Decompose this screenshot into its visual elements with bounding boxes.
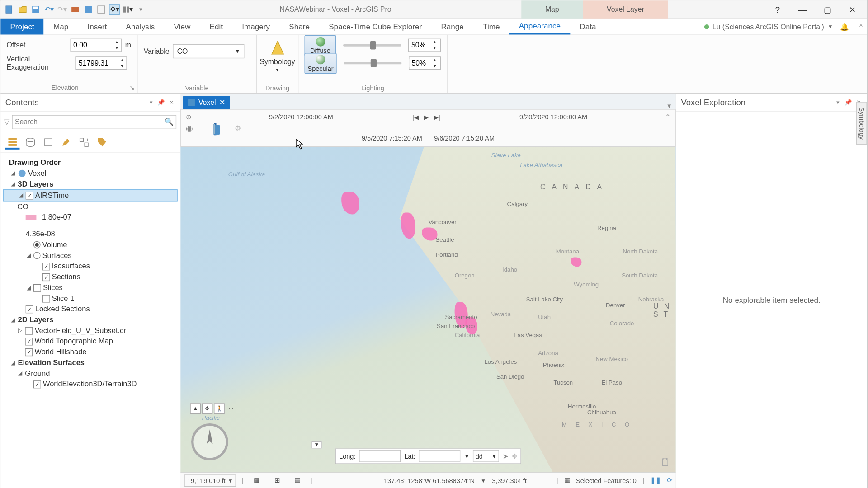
- locked-check[interactable]: ✓: [26, 305, 33, 313]
- ribbon-collapse[interactable]: ^: [855, 19, 867, 35]
- view-tab-voxel[interactable]: Voxel ✕: [183, 96, 231, 109]
- symbology-button[interactable]: Symbology ▼: [263, 38, 292, 75]
- nav-full-extent[interactable]: ▲: [190, 403, 201, 414]
- slice1-item[interactable]: Slice 1: [3, 293, 178, 304]
- topo-layer[interactable]: ✓World Topographic Map: [3, 336, 178, 347]
- co-variable[interactable]: CO: [3, 201, 178, 212]
- surfaces-item[interactable]: ◢Surfaces: [3, 250, 178, 261]
- status-center-menu[interactable]: ▼: [481, 477, 486, 483]
- tab-share[interactable]: Share: [279, 19, 319, 35]
- hill-check[interactable]: ✓: [25, 348, 33, 356]
- qat-new[interactable]: [4, 4, 15, 15]
- status-btn1[interactable]: ▦: [250, 473, 264, 488]
- maximize-button[interactable]: ▢: [816, 1, 840, 18]
- terrain-layer[interactable]: ✓WorldElevation3D/Terrain3D: [3, 379, 178, 389]
- ve-up[interactable]: ▲: [118, 57, 126, 63]
- time-mode-icon[interactable]: ◉: [186, 123, 193, 133]
- time-collapse[interactable]: ⌃: [665, 113, 670, 121]
- contents-close[interactable]: ✕: [168, 99, 175, 105]
- list-selection[interactable]: [41, 135, 56, 150]
- pause-drawing[interactable]: ❚❚: [650, 476, 661, 484]
- qat-save[interactable]: [30, 4, 41, 15]
- sel-features-icon[interactable]: ▦: [564, 476, 570, 484]
- time-track[interactable]: [213, 124, 215, 135]
- offset-down[interactable]: ▼: [113, 45, 121, 51]
- goto-xy-icon[interactable]: ➤: [503, 452, 508, 460]
- ve-down[interactable]: ▼: [118, 63, 126, 69]
- contents-pin[interactable]: 📌: [156, 99, 165, 105]
- airstime-check[interactable]: ✓: [26, 192, 33, 199]
- qat-btn6[interactable]: [83, 4, 94, 15]
- locked-sections-item[interactable]: ✓Locked Sections: [3, 304, 178, 314]
- terrain-check[interactable]: ✓: [33, 380, 41, 388]
- sections-check[interactable]: ✓: [42, 273, 50, 281]
- long-input[interactable]: [359, 450, 401, 462]
- time-enable-icon[interactable]: ⊕: [186, 113, 191, 121]
- volume-item[interactable]: Volume: [3, 239, 178, 250]
- lat-input[interactable]: [419, 450, 461, 462]
- diffuse-pct[interactable]: ▲▼: [408, 39, 441, 52]
- surfaces-radio[interactable]: [33, 252, 41, 259]
- airstime-layer[interactable]: ◢✓AIRSTime: [3, 189, 178, 201]
- diffuse-slider[interactable]: [343, 44, 401, 47]
- search-icon[interactable]: 🔍: [165, 118, 174, 126]
- contents-search[interactable]: 🔍: [12, 115, 176, 129]
- tab-project[interactable]: Project: [0, 19, 44, 35]
- tab-appearance[interactable]: Appearance: [509, 19, 571, 35]
- slices-check[interactable]: [33, 284, 41, 291]
- offset-up[interactable]: ▲: [113, 39, 121, 45]
- tab-map[interactable]: Map: [44, 19, 78, 35]
- time-prev[interactable]: |◀: [411, 112, 420, 122]
- tab-stc[interactable]: Space-Time Cube Explorer: [319, 19, 431, 35]
- specular-pct[interactable]: ▲▼: [409, 56, 441, 70]
- qat-customize[interactable]: ▾: [135, 4, 146, 15]
- status-btn2[interactable]: ⊞: [270, 473, 284, 488]
- nav-explore[interactable]: ✥: [202, 403, 213, 414]
- list-labeling[interactable]: [95, 135, 109, 150]
- coord-unit[interactable]: dd▼: [473, 450, 499, 462]
- filter-icon[interactable]: ▽: [4, 118, 9, 126]
- notifications-icon[interactable]: 🔔: [840, 22, 849, 30]
- ve-input[interactable]: [76, 59, 118, 67]
- contents-search-input[interactable]: [15, 118, 165, 126]
- vector-check[interactable]: [25, 327, 33, 334]
- hill-layer[interactable]: ✓World Hillshade: [3, 347, 178, 357]
- layers3d-heading[interactable]: ◢3D Layers: [3, 178, 178, 189]
- qat-explore[interactable]: ✥▾: [109, 4, 120, 15]
- dynamic-text-toggle[interactable]: ▼: [311, 441, 321, 449]
- offset-input[interactable]: [71, 41, 113, 49]
- help-button[interactable]: ?: [766, 1, 790, 18]
- voxel-exp-options[interactable]: ▾: [835, 99, 841, 105]
- map-canvas[interactable]: C A N A D A U N S T Gulf of Alaska Lake …: [180, 147, 675, 473]
- coord-tool-icon[interactable]: ✥: [512, 452, 517, 460]
- qat-btn7[interactable]: [96, 4, 107, 15]
- specular-button[interactable]: Specular: [304, 53, 336, 74]
- variable-combo[interactable]: CO▼: [173, 44, 244, 59]
- elevation-launcher[interactable]: ↘: [129, 84, 135, 92]
- time-next[interactable]: ▶|: [432, 112, 442, 122]
- time-play[interactable]: ▶: [421, 112, 431, 122]
- attribution-icon[interactable]: 🗒: [660, 456, 671, 469]
- nav-more[interactable]: ⋯: [226, 403, 237, 414]
- offset-spinner[interactable]: ▲▼: [71, 39, 122, 52]
- scene-item[interactable]: ◢Voxel: [3, 168, 178, 179]
- slices-item[interactable]: ◢Slices: [3, 282, 178, 293]
- topo-check[interactable]: ✓: [25, 338, 33, 345]
- vector-layer[interactable]: ▷VectorField_U_V_Subset.crf: [3, 325, 178, 336]
- qat-undo[interactable]: ↶▾: [43, 4, 54, 15]
- minimize-button[interactable]: —: [791, 1, 815, 18]
- view-tab-close[interactable]: ✕: [219, 98, 225, 106]
- lat-dropdown[interactable]: ▼: [464, 453, 470, 459]
- list-snapping[interactable]: +: [77, 135, 91, 150]
- time-settings-icon[interactable]: ⚙: [235, 124, 241, 132]
- qat-btn5[interactable]: [70, 4, 80, 15]
- list-drawing-order[interactable]: [5, 135, 20, 150]
- tab-data[interactable]: Data: [570, 19, 605, 35]
- ve-spinner[interactable]: ▲▼: [75, 56, 127, 70]
- list-data-source[interactable]: [23, 135, 38, 150]
- qat-redo[interactable]: ↷▾: [57, 4, 67, 15]
- volume-radio[interactable]: [33, 241, 41, 249]
- context-tab-map[interactable]: Map: [521, 0, 583, 19]
- nav-walk[interactable]: 🚶: [214, 403, 225, 414]
- voxel-exp-pin[interactable]: 📌: [843, 99, 853, 105]
